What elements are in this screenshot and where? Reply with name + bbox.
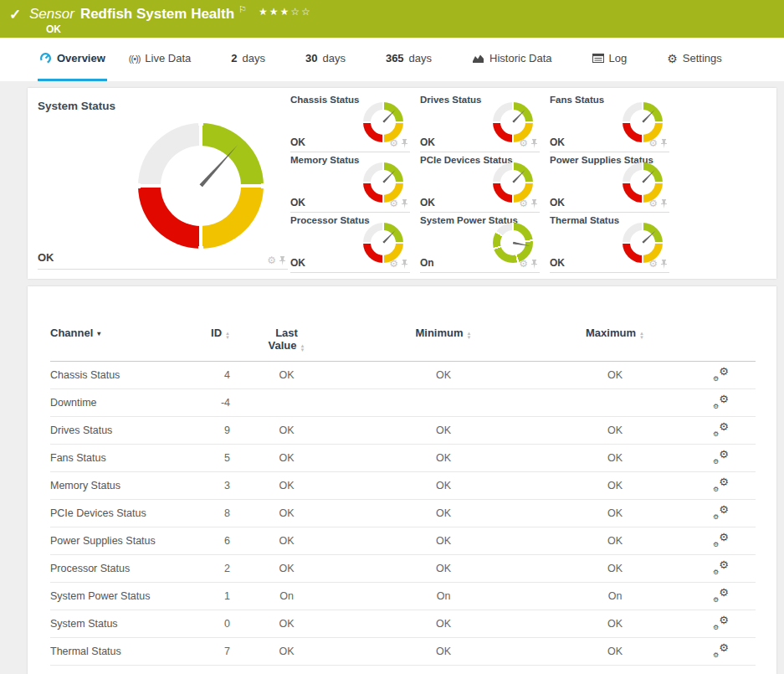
channel-settings-icon[interactable]: ⚙⚙ xyxy=(713,506,729,519)
column-header-maximum[interactable]: Maximum▲▼ xyxy=(544,327,686,340)
minimum-value: OK xyxy=(343,480,544,491)
tab-historic-data[interactable]: Historic Data xyxy=(470,38,553,81)
channel-settings-icon[interactable]: ⚙⚙ xyxy=(713,450,729,464)
gauge-tile-pcie-devices-status: PCIe Devices Status OK ⚙ xyxy=(420,152,540,213)
pin-icon[interactable] xyxy=(660,199,668,208)
tab-label: days xyxy=(243,52,265,64)
gear-icon[interactable]: ⚙ xyxy=(519,138,528,148)
table-row: Memory Status 3 OK OK OK ⚙⚙ xyxy=(50,472,756,500)
sort-arrows-icon: ▲▼ xyxy=(639,332,644,340)
channel-name: Power Supplies Status xyxy=(50,535,197,547)
gauge-tile-grid: Chassis Status OK ⚙ Drives Status OK ⚙ F… xyxy=(290,92,669,273)
gear-icon[interactable]: ⚙ xyxy=(389,259,398,269)
gauge-tile-power-supplies-status: Power Supplies Status OK ⚙ xyxy=(550,152,669,213)
tile-actions: ⚙ xyxy=(519,198,538,208)
pin-icon[interactable] xyxy=(279,256,286,265)
tab-number: 30 xyxy=(305,52,317,64)
status-gauge xyxy=(493,162,533,203)
tab-overview[interactable]: Overview xyxy=(38,38,107,81)
minimum-value: OK xyxy=(343,369,544,381)
sort-arrows-icon: ▲▼ xyxy=(467,332,472,340)
status-gauge xyxy=(363,102,403,142)
tile-actions: ⚙ xyxy=(267,255,286,265)
tab-live-data[interactable]: ((•)) Live Data xyxy=(127,38,192,81)
gear-icon[interactable]: ⚙ xyxy=(648,138,658,148)
gauge-needle xyxy=(641,108,656,124)
channel-name: Memory Status xyxy=(50,480,197,491)
gauge-title: Drives Status xyxy=(420,92,540,105)
channel-id: 7 xyxy=(197,646,230,657)
channel-id: 0 xyxy=(197,618,230,630)
gauge-tile-drives-status: Drives Status OK ⚙ xyxy=(420,92,540,152)
channel-id: 4 xyxy=(197,369,230,381)
pin-icon[interactable] xyxy=(660,139,668,148)
channel-name: Downtime xyxy=(50,397,197,409)
channel-settings-icon[interactable]: ⚙⚙ xyxy=(713,368,729,381)
channel-id: 1 xyxy=(197,590,230,602)
tab-label: days xyxy=(409,52,432,64)
channel-settings-icon[interactable]: ⚙⚙ xyxy=(713,478,729,491)
gauge-needle xyxy=(641,229,657,244)
flag-icon[interactable]: ⚐ xyxy=(238,4,247,14)
gear-icon[interactable]: ⚙ xyxy=(389,138,398,148)
pin-icon[interactable] xyxy=(401,260,408,269)
tab-label: days xyxy=(322,52,345,64)
channel-settings-icon[interactable]: ⚙⚙ xyxy=(713,589,729,602)
gauge-title: Thermal Status xyxy=(550,213,669,225)
broadcast-icon: ((•)) xyxy=(129,54,141,64)
tab-365-days[interactable]: 365 days xyxy=(384,38,433,81)
last-value: OK xyxy=(230,507,343,519)
tab-30-days[interactable]: 30 days xyxy=(304,38,347,81)
pin-icon[interactable] xyxy=(530,260,538,269)
channel-settings-icon[interactable]: ⚙⚙ xyxy=(713,561,729,574)
column-header-minimum[interactable]: Minimum▲▼ xyxy=(343,327,544,340)
gear-icon[interactable]: ⚙ xyxy=(519,259,528,269)
column-header-id[interactable]: ID▲▼ xyxy=(197,327,230,340)
last-value: On xyxy=(230,590,343,602)
gear-icon[interactable]: ⚙ xyxy=(267,255,276,265)
gauge-title: System Status xyxy=(38,92,288,112)
channel-settings-icon[interactable]: ⚙⚙ xyxy=(713,644,729,657)
maximum-value: OK xyxy=(544,535,686,547)
channel-settings-icon[interactable]: ⚙⚙ xyxy=(713,423,729,436)
gauge-title: Fans Status xyxy=(550,92,669,105)
status-gauge xyxy=(363,223,403,263)
column-header-last-value[interactable]: Last Value▲▼ xyxy=(230,327,343,352)
pin-icon[interactable] xyxy=(401,139,408,148)
gear-icon[interactable]: ⚙ xyxy=(648,259,658,269)
gear-icon: ⚙ xyxy=(667,52,678,65)
pin-icon[interactable] xyxy=(660,260,668,269)
channel-name: Drives Status xyxy=(50,424,197,436)
pin-icon[interactable] xyxy=(401,199,408,208)
object-type-label: Sensor xyxy=(29,6,74,22)
tab-settings[interactable]: ⚙ Settings xyxy=(665,38,724,81)
gear-icon[interactable]: ⚙ xyxy=(648,198,658,208)
pin-icon[interactable] xyxy=(530,199,538,208)
channel-name: Thermal Status xyxy=(50,646,197,657)
page-title: Redfish System Health xyxy=(80,6,234,22)
gauge-icon xyxy=(39,52,52,64)
status-gauge xyxy=(363,162,403,203)
channel-name: System Power Status xyxy=(50,590,197,602)
channel-settings-icon[interactable]: ⚙⚙ xyxy=(713,616,729,630)
channel-settings-icon[interactable]: ⚙⚙ xyxy=(713,395,729,409)
gear-icon[interactable]: ⚙ xyxy=(519,198,528,208)
pin-icon[interactable] xyxy=(530,139,538,148)
maximum-value: OK xyxy=(544,424,686,436)
tab-2-days[interactable]: 2 days xyxy=(229,38,267,81)
last-value: OK xyxy=(230,369,343,381)
column-header-channel[interactable]: Channel▾ xyxy=(50,327,197,339)
tile-actions: ⚙ xyxy=(389,138,408,148)
gear-icon[interactable]: ⚙ xyxy=(389,198,398,208)
gauge-value: OK xyxy=(420,197,435,208)
channel-id: 6 xyxy=(197,535,230,547)
tab-log[interactable]: Log xyxy=(591,38,629,81)
channel-settings-icon[interactable]: ⚙⚙ xyxy=(713,533,729,547)
maximum-value: OK xyxy=(544,618,686,630)
table-row: Fans Status 5 OK OK OK ⚙⚙ xyxy=(50,445,756,472)
status-gauge xyxy=(493,102,533,142)
last-value: OK xyxy=(230,646,343,657)
minimum-value: OK xyxy=(343,646,544,657)
priority-stars[interactable]: ★★★☆☆ xyxy=(259,6,312,18)
last-value: OK xyxy=(230,424,343,436)
